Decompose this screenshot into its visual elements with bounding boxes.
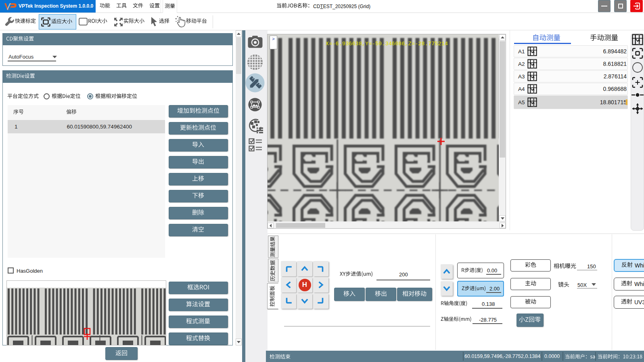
svg-text:X=-6.936638,Y=-50.346086,Z=-28: X=-6.936638,Y=-50.346086,Z=-28.775214 <box>326 41 448 47</box>
